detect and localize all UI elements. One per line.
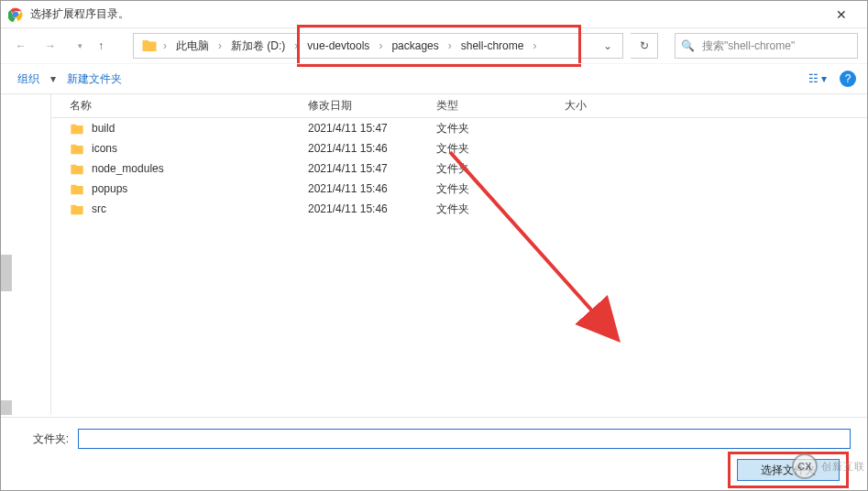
search-placeholder: 搜索"shell-chrome" bbox=[702, 38, 795, 54]
file-date: 2021/4/11 15:47 bbox=[308, 122, 436, 135]
folder-icon bbox=[70, 142, 84, 155]
nav-row: ← → ▾ ↑ › 此电脑 › 新加卷 (D:) › vue-devtools … bbox=[1, 28, 867, 63]
breadcrumb-item[interactable]: shell-chrome bbox=[454, 34, 532, 58]
table-row[interactable]: build 2021/4/11 15:47 文件夹 bbox=[51, 118, 867, 138]
file-name: build bbox=[92, 122, 115, 135]
column-name[interactable]: 名称 bbox=[51, 98, 308, 114]
toolbar: 组织 ▾ 新建文件夹 ☷ ▾ ? bbox=[1, 63, 867, 94]
file-type: 文件夹 bbox=[436, 181, 565, 197]
file-type: 文件夹 bbox=[436, 161, 565, 177]
folder-icon bbox=[70, 162, 84, 175]
breadcrumb[interactable]: › 此电脑 › 新加卷 (D:) › vue-devtools › packag… bbox=[133, 33, 623, 59]
chrome-icon bbox=[8, 7, 23, 22]
footer: 文件夹: 选择文件夹 bbox=[1, 417, 867, 490]
breadcrumb-item[interactable]: 此电脑 bbox=[169, 34, 216, 58]
file-list: 名称 修改日期 类型 大小 build 2021/4/11 15:47 文件夹 … bbox=[51, 94, 867, 415]
breadcrumb-item[interactable]: vue-devtools bbox=[300, 34, 377, 58]
file-name: popups bbox=[92, 182, 127, 195]
table-row[interactable]: node_modules 2021/4/11 15:47 文件夹 bbox=[51, 158, 867, 179]
organize-button[interactable]: 组织 bbox=[12, 68, 45, 91]
view-options-icon[interactable]: ☷ ▾ bbox=[808, 72, 827, 85]
file-type: 文件夹 bbox=[436, 141, 565, 157]
chevron-right-icon[interactable]: › bbox=[531, 39, 538, 52]
dropdown-history-icon[interactable]: ▾ bbox=[69, 35, 91, 57]
file-name: node_modules bbox=[92, 162, 164, 175]
search-input[interactable]: 🔍 搜索"shell-chrome" bbox=[675, 33, 858, 59]
file-name: src bbox=[92, 202, 106, 215]
up-button[interactable]: ↑ bbox=[98, 39, 120, 52]
side-panel[interactable] bbox=[1, 94, 51, 415]
column-type[interactable]: 类型 bbox=[436, 98, 565, 114]
window-title: 选择扩展程序目录。 bbox=[30, 6, 823, 22]
list-header: 名称 修改日期 类型 大小 bbox=[51, 94, 867, 118]
folder-input[interactable] bbox=[78, 429, 851, 449]
dropdown-icon[interactable]: ▾ bbox=[50, 72, 56, 85]
watermark: CX 创新互联 bbox=[792, 453, 865, 479]
chevron-right-icon[interactable]: › bbox=[446, 39, 454, 52]
chevron-right-icon[interactable]: › bbox=[292, 39, 300, 52]
help-icon[interactable]: ? bbox=[840, 71, 856, 87]
folder-icon bbox=[70, 182, 84, 195]
folder-label: 文件夹: bbox=[17, 431, 69, 447]
folder-icon bbox=[70, 122, 84, 135]
file-date: 2021/4/11 15:47 bbox=[308, 162, 436, 175]
chevron-right-icon[interactable]: › bbox=[216, 39, 224, 52]
breadcrumb-item[interactable]: 新加卷 (D:) bbox=[224, 34, 292, 58]
file-date: 2021/4/11 15:46 bbox=[308, 202, 436, 215]
forward-button: → bbox=[39, 35, 61, 57]
file-type: 文件夹 bbox=[436, 202, 565, 217]
file-type: 文件夹 bbox=[436, 121, 565, 136]
folder-icon bbox=[70, 202, 84, 215]
table-row[interactable]: popups 2021/4/11 15:46 文件夹 bbox=[51, 179, 867, 199]
file-date: 2021/4/11 15:46 bbox=[308, 182, 436, 195]
file-date: 2021/4/11 15:46 bbox=[308, 142, 436, 155]
search-icon: 🔍 bbox=[681, 39, 695, 52]
file-name: icons bbox=[92, 142, 117, 155]
breadcrumb-item[interactable]: packages bbox=[384, 34, 445, 58]
titlebar: 选择扩展程序目录。 ✕ bbox=[1, 1, 867, 28]
close-icon[interactable]: ✕ bbox=[823, 7, 860, 22]
chevron-down-icon[interactable]: ⌄ bbox=[597, 39, 619, 52]
back-button[interactable]: ← bbox=[10, 35, 32, 57]
main-area: 名称 修改日期 类型 大小 build 2021/4/11 15:47 文件夹 … bbox=[1, 94, 867, 415]
column-date[interactable]: 修改日期 bbox=[308, 98, 436, 114]
chevron-right-icon[interactable]: › bbox=[377, 39, 384, 52]
folder-icon bbox=[141, 38, 158, 54]
refresh-button[interactable]: ↻ bbox=[631, 33, 658, 59]
column-size[interactable]: 大小 bbox=[565, 98, 656, 114]
watermark-logo-icon: CX bbox=[792, 453, 818, 479]
chevron-right-icon[interactable]: › bbox=[161, 39, 169, 52]
new-folder-button[interactable]: 新建文件夹 bbox=[61, 68, 127, 91]
watermark-text: 创新互联 bbox=[821, 460, 865, 474]
table-row[interactable]: src 2021/4/11 15:46 文件夹 bbox=[51, 199, 867, 219]
table-row[interactable]: icons 2021/4/11 15:46 文件夹 bbox=[51, 138, 867, 158]
